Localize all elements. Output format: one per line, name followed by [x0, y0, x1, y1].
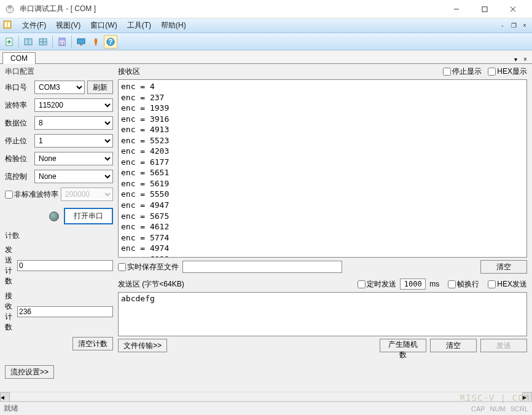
stopbits-select[interactable]: 1	[34, 134, 113, 148]
save-path-field[interactable]	[182, 261, 342, 273]
timed-interval-field[interactable]	[400, 279, 426, 290]
nonstd-baud-checkbox[interactable]	[5, 191, 13, 199]
port-status-led	[49, 211, 59, 221]
horizontal-scrollbar[interactable]: ◂ ▸	[0, 392, 532, 401]
random-button[interactable]: 产生随机数	[380, 339, 426, 352]
hex-display-checkbox[interactable]	[488, 68, 496, 76]
svg-rect-23	[77, 39, 85, 44]
title-bar: 串口调试工具 - [ COM ]	[0, 0, 532, 18]
flow-settings-button[interactable]: 流控设置>>	[5, 365, 54, 379]
scroll-left-icon[interactable]: ◂	[0, 392, 10, 402]
tab-close-icon[interactable]: ×	[521, 55, 530, 63]
toolbar-pin-icon[interactable]	[89, 35, 103, 49]
svg-point-20	[63, 42, 64, 43]
mdi-restore-button[interactable]: ❐	[509, 22, 518, 30]
rx-title: 接收区	[118, 66, 140, 77]
frame-wrap-label: 帧换行	[457, 279, 479, 290]
frame-wrap-checkbox[interactable]	[448, 280, 456, 288]
stop-display-checkbox[interactable]	[443, 68, 451, 76]
menu-window[interactable]: 窗口(W)	[85, 19, 122, 32]
svg-point-21	[60, 44, 61, 45]
rx-count-label: 接收计数	[5, 291, 15, 333]
file-transfer-button[interactable]: 文件传输>>	[118, 339, 167, 352]
clear-count-button[interactable]: 清空计数	[72, 337, 113, 350]
menu-bar: 文件(F) 视图(V) 窗口(W) 工具(T) 帮助(H) - ❐ ×	[0, 18, 532, 33]
status-ready: 就绪	[4, 403, 18, 414]
flowctrl-label: 流控制	[5, 172, 32, 182]
refresh-button[interactable]: 刷新	[87, 81, 113, 94]
nonstd-baud-select: 200000	[61, 188, 113, 201]
menu-tools[interactable]: 工具(T)	[122, 19, 156, 32]
timed-send-label: 定时发送	[367, 279, 396, 290]
svg-point-22	[63, 44, 64, 45]
timed-send-checkbox[interactable]	[358, 280, 366, 288]
svg-point-19	[60, 42, 61, 43]
parity-select[interactable]: None	[34, 152, 113, 165]
rx-clear-button[interactable]: 清空	[480, 260, 527, 274]
menu-file[interactable]: 文件(F)	[17, 19, 51, 32]
stop-display-label: 停止显示	[452, 66, 482, 77]
hex-send-label: HEX发送	[497, 279, 527, 290]
tx-textarea[interactable]: abcdefg	[118, 292, 527, 336]
svg-rect-8	[8, 22, 10, 27]
tab-com[interactable]: COM	[2, 52, 36, 64]
databits-label: 数据位	[5, 118, 32, 128]
toolbar-monitor-icon[interactable]	[74, 35, 88, 49]
scroll-right-icon[interactable]: ▸	[522, 392, 532, 402]
status-scrl: SCRL	[510, 405, 528, 413]
tab-dropdown-icon[interactable]: ▾	[511, 55, 520, 63]
nonstd-baud-label: 非标准波特率	[14, 189, 58, 200]
stopbits-label: 停止位	[5, 136, 32, 146]
svg-text:?: ?	[108, 38, 112, 46]
toolbar: ?	[0, 33, 532, 50]
status-cap: CAP	[471, 405, 485, 413]
port-select[interactable]: COM3	[34, 81, 85, 94]
minimize-button[interactable]	[442, 0, 471, 18]
save-to-file-checkbox[interactable]	[118, 263, 126, 271]
toolbar-layout2-icon[interactable]	[36, 35, 50, 49]
tx-count-label: 发送计数	[5, 245, 15, 287]
right-panel: 接收区 停止显示 HEX显示 enc = 4 enc = 237 enc = 1…	[118, 66, 527, 395]
baud-select[interactable]: 115200	[34, 98, 113, 112]
left-panel: 串口配置 串口号 COM3 刷新 波特率 115200 数据位 8 停止位 1 …	[5, 66, 113, 395]
toolbar-help-icon[interactable]: ?	[104, 35, 117, 49]
save-to-file-label: 实时保存至文件	[127, 262, 179, 272]
svg-rect-3	[482, 7, 487, 12]
tx-title: 发送区 (字节<64KB)	[118, 279, 184, 290]
tab-strip: COM ▾ ×	[0, 50, 532, 64]
svg-rect-6	[4, 21, 11, 28]
svg-rect-1	[9, 6, 11, 8]
svg-rect-7	[5, 22, 7, 27]
toolbar-layout1-icon[interactable]	[22, 35, 35, 49]
mdi-minimize-button[interactable]: -	[498, 22, 507, 30]
status-bar: 就绪 CAP NUM SCRL	[0, 401, 532, 415]
toolbar-new-icon[interactable]	[2, 35, 16, 49]
maximize-button[interactable]	[471, 0, 499, 18]
svg-rect-18	[60, 39, 65, 41]
tx-clear-button[interactable]: 清空	[430, 339, 477, 352]
tx-count-field[interactable]	[17, 260, 113, 271]
timed-unit-label: ms	[429, 280, 439, 288]
rx-count-field[interactable]	[17, 306, 113, 317]
window-title: 串口调试工具 - [ COM ]	[20, 4, 442, 14]
config-group-title: 串口配置	[5, 66, 113, 77]
send-button[interactable]: 发送	[480, 339, 527, 352]
toolbar-calc-icon[interactable]	[55, 35, 69, 49]
rx-textarea[interactable]: enc = 4 enc = 237 enc = 1939 enc = 3916 …	[118, 79, 527, 258]
hex-send-checkbox[interactable]	[488, 280, 496, 288]
app-menu-icon[interactable]	[2, 20, 15, 32]
databits-select[interactable]: 8	[34, 116, 113, 130]
mdi-close-button[interactable]: ×	[520, 22, 530, 30]
counter-group-title: 计数	[5, 231, 113, 241]
open-port-button[interactable]: 打开串口	[64, 208, 113, 224]
hex-display-label: HEX显示	[497, 66, 527, 77]
menu-view[interactable]: 视图(V)	[51, 19, 85, 32]
app-icon	[5, 4, 15, 14]
svg-rect-24	[80, 44, 82, 45]
flowctrl-select[interactable]: None	[34, 170, 113, 183]
menu-help[interactable]: 帮助(H)	[156, 19, 191, 32]
baud-label: 波特率	[5, 100, 32, 111]
port-label: 串口号	[5, 82, 32, 93]
close-button[interactable]	[499, 0, 527, 18]
main-content: 串口配置 串口号 COM3 刷新 波特率 115200 数据位 8 停止位 1 …	[2, 64, 530, 398]
